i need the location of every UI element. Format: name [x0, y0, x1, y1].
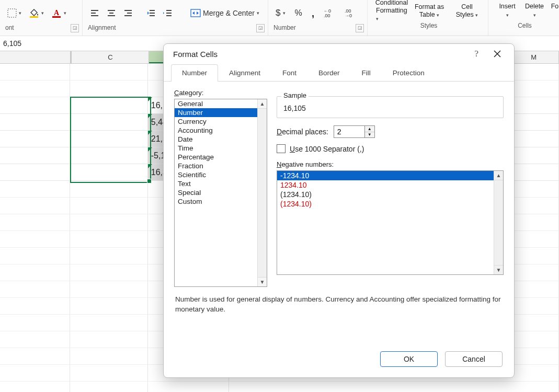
category-label: Category:: [174, 89, 267, 97]
accounting-format-button[interactable]: $▾: [273, 7, 287, 19]
category-item-text[interactable]: Text: [175, 179, 267, 188]
merge-center-label: Merge & Center: [203, 9, 255, 17]
category-item-time[interactable]: Time: [175, 144, 267, 153]
negative-format-item-1[interactable]: 1234.10: [277, 180, 503, 190]
category-description: Number is used for general display of nu…: [164, 294, 514, 314]
insert-button[interactable]: Insert▾: [494, 3, 521, 19]
error-indicator-icon: [148, 97, 152, 101]
conditional-formatting-button[interactable]: ConditionalFormatting ▾: [373, 0, 410, 23]
svg-marker-16: [147, 11, 149, 15]
decimal-places-input[interactable]: [334, 126, 364, 137]
alignment-dialog-launcher[interactable]: ◲: [256, 24, 265, 32]
ok-button[interactable]: OK: [380, 351, 438, 367]
error-indicator-icon: [148, 114, 152, 118]
ribbon: ▾ ▾ A▾ ont◲ Merge & Center ▾: [0, 0, 559, 36]
tab-fill[interactable]: Fill: [351, 64, 382, 82]
sample-label: Sample: [281, 91, 309, 99]
spinner-down-icon[interactable]: ▼: [365, 132, 374, 138]
svg-marker-23: [197, 11, 199, 15]
svg-text:→0: →0: [345, 13, 352, 18]
category-item-general[interactable]: General: [175, 99, 267, 108]
tab-border[interactable]: Border: [307, 64, 351, 82]
error-indicator-icon: [148, 131, 152, 135]
cells-group-label: Cells: [518, 22, 532, 29]
cancel-button[interactable]: Cancel: [445, 351, 503, 367]
col-header-m[interactable]: M: [509, 51, 559, 63]
fill-color-button[interactable]: ▾: [27, 7, 46, 19]
svg-marker-20: [163, 11, 164, 15]
increase-indent-button[interactable]: [161, 8, 175, 18]
category-item-fraction[interactable]: Fraction: [175, 162, 267, 170]
use-1000-separator-label: Use 1000 Separator (,): [290, 145, 364, 153]
col-header-c[interactable]: C: [72, 51, 149, 63]
svg-rect-0: [8, 9, 16, 17]
scroll-up-icon[interactable]: ▲: [494, 171, 503, 180]
comma-format-button[interactable]: ,: [310, 9, 317, 17]
tab-alignment[interactable]: Alignment: [218, 64, 271, 82]
decrease-decimal-button[interactable]: .00→0: [343, 7, 358, 19]
sample-value: 16,105: [283, 101, 497, 112]
category-item-number[interactable]: Number: [175, 108, 267, 117]
dialog-tabs: Number Alignment Font Border Fill Protec…: [164, 64, 514, 82]
styles-group-label: Styles: [420, 22, 438, 29]
tab-protection[interactable]: Protection: [382, 64, 436, 82]
number-dialog-launcher[interactable]: ◲: [356, 24, 364, 32]
increase-decimal-button[interactable]: ←0.00: [322, 7, 337, 19]
decimal-places-label: Decimal places:: [277, 128, 328, 136]
category-item-scientific[interactable]: Scientific: [175, 170, 267, 179]
negative-format-item-3[interactable]: (1234.10): [277, 199, 503, 209]
svg-marker-22: [192, 11, 195, 15]
scroll-down-icon[interactable]: ▼: [494, 265, 503, 274]
category-item-special[interactable]: Special: [175, 188, 267, 197]
neg-scrollbar[interactable]: ▲ ▼: [494, 171, 503, 274]
font-color-button[interactable]: A▾: [49, 7, 69, 19]
negative-format-item-2[interactable]: (1234.10): [277, 190, 503, 199]
alignment-group-label: Alignment: [88, 24, 116, 32]
format-cells-dialog: Format Cells ? Number Alignment Font Bor…: [163, 43, 515, 378]
percent-format-button[interactable]: %: [293, 7, 304, 19]
col-header-b-edge[interactable]: [0, 51, 71, 63]
tab-number[interactable]: Number: [171, 64, 218, 82]
format-button-partial[interactable]: Fo▾: [548, 3, 558, 19]
font-group-label: ont: [5, 24, 14, 32]
spinner-up-icon[interactable]: ▲: [365, 126, 374, 132]
dialog-close-button[interactable]: [490, 47, 505, 61]
svg-text:A: A: [54, 9, 60, 17]
error-indicator-icon: [148, 164, 152, 168]
category-item-percentage[interactable]: Percentage: [175, 153, 267, 162]
dialog-help-button[interactable]: ?: [474, 49, 478, 59]
cell-styles-button[interactable]: CellStyles ▾: [448, 3, 486, 19]
negative-numbers-label: Negative numbers:: [277, 160, 504, 168]
category-item-accounting[interactable]: Accounting: [175, 126, 267, 135]
merge-center-button[interactable]: Merge & Center ▾: [188, 7, 261, 19]
svg-text:.00: .00: [324, 13, 330, 18]
listbox-scrollbar[interactable]: ▲ ▼: [257, 99, 267, 286]
category-listbox[interactable]: GeneralNumberCurrencyAccountingDateTimeP…: [174, 99, 267, 287]
tab-font[interactable]: Font: [271, 64, 307, 82]
align-left-button[interactable]: [88, 8, 101, 18]
border-button[interactable]: ▾: [5, 7, 24, 19]
error-indicator-icon: [148, 147, 152, 152]
format-as-table-button[interactable]: Format asTable ▾: [410, 3, 448, 19]
negative-numbers-listbox[interactable]: -1234.101234.10(1234.10)(1234.10) ▲ ▼: [277, 170, 504, 275]
use-1000-separator-checkbox[interactable]: [277, 144, 286, 153]
svg-rect-1: [30, 16, 38, 18]
category-item-currency[interactable]: Currency: [175, 117, 267, 126]
align-center-button[interactable]: [105, 8, 118, 18]
formula-bar-value: 6,105: [3, 39, 21, 48]
delete-button[interactable]: Delete▾: [521, 3, 548, 19]
svg-rect-3: [52, 16, 61, 18]
negative-format-item-0[interactable]: -1234.10: [277, 171, 503, 180]
scroll-down-icon[interactable]: ▼: [258, 277, 267, 286]
sample-box: Sample 16,105: [277, 96, 504, 118]
selection-fill-handle[interactable]: [147, 179, 152, 183]
number-group-label: Number: [273, 24, 296, 32]
dialog-title: Format Cells: [173, 50, 218, 59]
decimal-places-spinner[interactable]: ▲ ▼: [334, 125, 375, 138]
font-dialog-launcher[interactable]: ◲: [71, 24, 79, 32]
category-item-date[interactable]: Date: [175, 135, 267, 144]
align-right-button[interactable]: [121, 8, 135, 18]
decrease-indent-button[interactable]: [144, 8, 158, 18]
category-item-custom[interactable]: Custom: [175, 197, 267, 206]
scroll-up-icon[interactable]: ▲: [258, 99, 267, 109]
